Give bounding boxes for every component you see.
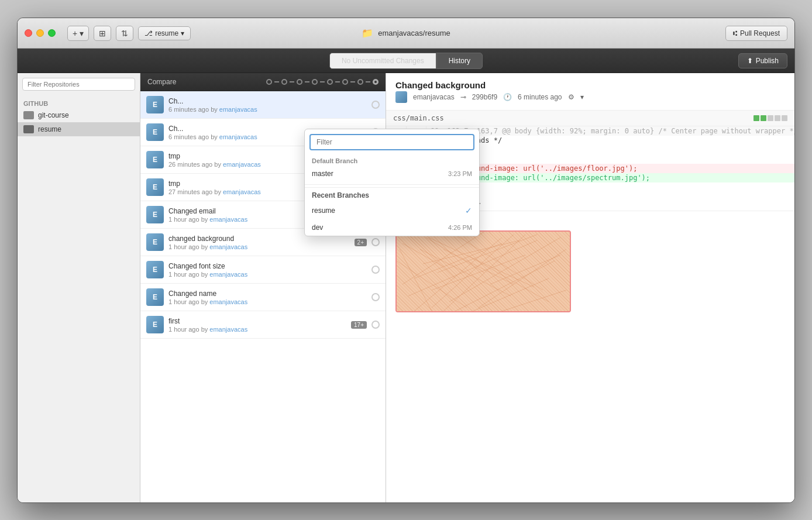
publish-button[interactable]: ⬆ Publish	[738, 53, 787, 68]
spectrum-image-svg	[397, 232, 570, 311]
commit-dot	[371, 101, 380, 109]
commit-title: Changed font size	[168, 262, 367, 270]
filter-repos-input[interactable]	[22, 78, 135, 91]
svg-line-19	[502, 290, 566, 311]
pull-request-icon: ⑆	[733, 29, 737, 37]
commit-title: first	[168, 317, 346, 325]
svg-line-2	[408, 235, 455, 278]
svg-line-3	[426, 237, 484, 273]
commit-author-link[interactable]: emanjavacas	[209, 326, 247, 333]
commit-info: Changed font size 1 hour ago by emanjava…	[168, 262, 367, 278]
branch-dropdown: Default Branch master 3:23 PM Recent Bra…	[304, 129, 480, 236]
clock-icon: 🕐	[503, 93, 512, 101]
app-window: + ▾ ⊞ ⇅ ⎇ resume ▾ 📁 emanjavacas/resume …	[17, 18, 795, 503]
repo-folder-icon: 📁	[362, 27, 373, 39]
commit-avatar: E	[146, 151, 164, 168]
svg-line-25	[429, 237, 534, 287]
svg-line-24	[420, 249, 511, 296]
github-section-label: GitHub	[18, 95, 140, 108]
svg-line-23	[490, 255, 560, 284]
dropdown-branch-resume[interactable]: resume ✓	[305, 202, 479, 219]
svg-line-1	[402, 243, 443, 267]
graph-node	[297, 79, 302, 85]
tab-uncommitted[interactable]: No Uncommitted Changes	[329, 53, 436, 69]
commit-item[interactable]: E Changed font size 1 hour ago by emanja…	[140, 256, 386, 284]
commit-info: Changed name 1 hour ago by emanjavacas	[168, 290, 367, 305]
commit-meta: 1 hour ago by emanjavacas	[168, 271, 367, 278]
svg-line-10	[479, 249, 566, 308]
commit-author-link[interactable]: emanjavacas	[223, 161, 261, 168]
branch-selector-button[interactable]: ⎇ resume ▾	[138, 26, 191, 40]
diff-header-content: Changed background emanjavacas ⊸ 299b6f9…	[395, 80, 584, 103]
branch-name-dev: dev	[312, 223, 448, 232]
main-content: GitHub git-course resume Compare	[18, 73, 794, 502]
dropdown-branch-dev[interactable]: dev 4:26 PM	[305, 219, 479, 236]
graph-node	[357, 79, 363, 85]
commits-header: Compare	[140, 73, 386, 91]
commit-item[interactable]: E Ch... 6 minutes ago by emanjavacas	[140, 91, 386, 119]
svg-line-12	[408, 240, 537, 296]
commit-author-link[interactable]: emanjavacas	[223, 188, 261, 195]
commit-meta: 1 hour ago by emanjavacas	[168, 298, 367, 305]
branch-filter-input[interactable]	[309, 134, 474, 150]
diff-time-ago: 6 minutes ago	[518, 93, 562, 101]
line-content	[426, 145, 794, 154]
sidebar-item-git-course[interactable]: git-course	[18, 108, 140, 122]
layout-button[interactable]: ⊞	[94, 26, 111, 41]
dropdown-branch-master[interactable]: master 3:23 PM	[305, 166, 479, 182]
sync-icon: ⇅	[121, 29, 128, 38]
svg-line-11	[432, 235, 514, 308]
commit-author-link[interactable]: emanjavacas	[219, 106, 257, 113]
traffic-lights	[25, 29, 56, 37]
chevron-down-icon[interactable]: ▾	[580, 93, 584, 101]
branch-arrows-button[interactable]: ⇅	[116, 26, 133, 41]
line-content: @@ -163,7 +163,7 @@ body {width: 92%; ma…	[426, 126, 794, 136]
commit-info: changed background 1 hour ago by emanjav…	[168, 235, 350, 250]
title-bar-center: 📁 emanjavacas/resume	[362, 27, 450, 39]
commit-dot	[371, 238, 380, 246]
tab-history[interactable]: History	[436, 53, 483, 69]
svg-line-7	[414, 243, 502, 278]
commit-avatar: E	[146, 206, 164, 223]
close-button[interactable]	[25, 29, 32, 37]
line-content: /* Backgrounds */	[426, 136, 794, 145]
commit-badge: 17+	[351, 321, 367, 329]
graph-line	[320, 81, 325, 82]
plus-icon: +	[73, 29, 77, 38]
commit-meta: 1 hour ago by emanjavacas	[168, 326, 346, 333]
sidebar-item-label-resume: resume	[38, 125, 61, 133]
toolbar: No Uncommitted Changes History ⬆ Publish	[18, 49, 794, 73]
graph-node	[327, 79, 333, 85]
commit-info: first 1 hour ago by emanjavacas	[168, 317, 346, 333]
branch-icon: ⎇	[144, 29, 153, 37]
graph-line	[335, 81, 340, 82]
pull-request-button[interactable]: ⑆ Pull Request	[725, 26, 787, 41]
svg-line-6	[397, 261, 467, 308]
repo-icon-resume	[23, 125, 34, 133]
stat-add	[753, 115, 759, 121]
graph-node	[281, 79, 287, 85]
maximize-button[interactable]	[48, 29, 56, 37]
commit-avatar: E	[146, 123, 164, 141]
svg-rect-0	[397, 232, 570, 311]
commit-author-link[interactable]: emanjavacas	[209, 216, 247, 223]
commit-item[interactable]: E Changed name 1 hour ago by emanjavacas	[140, 284, 386, 311]
svg-line-9	[449, 237, 560, 302]
commit-avatar: E	[146, 288, 164, 306]
diff-header: Changed background emanjavacas ⊸ 299b6f9…	[386, 73, 794, 111]
sidebar-item-resume[interactable]: resume	[18, 122, 140, 136]
commit-meta: 1 hour ago by emanjavacas	[168, 243, 350, 250]
new-button[interactable]: + ▾	[67, 26, 89, 41]
commit-author-link[interactable]: emanjavacas	[209, 298, 247, 305]
svg-line-22	[438, 235, 537, 273]
branch-time-master: 3:23 PM	[448, 170, 472, 177]
commit-author-link[interactable]: emanjavacas	[219, 133, 257, 140]
stat-neutral	[768, 115, 773, 121]
commit-author-link[interactable]: emanjavacas	[209, 243, 247, 250]
graph-node	[312, 79, 318, 85]
commit-author-link[interactable]: emanjavacas	[209, 271, 247, 278]
commit-item[interactable]: E first 1 hour ago by emanjavacas 17+	[140, 311, 386, 339]
minimize-button[interactable]	[36, 29, 44, 37]
layout-icon: ⊞	[99, 29, 106, 38]
settings-icon[interactable]: ⚙	[568, 93, 574, 101]
